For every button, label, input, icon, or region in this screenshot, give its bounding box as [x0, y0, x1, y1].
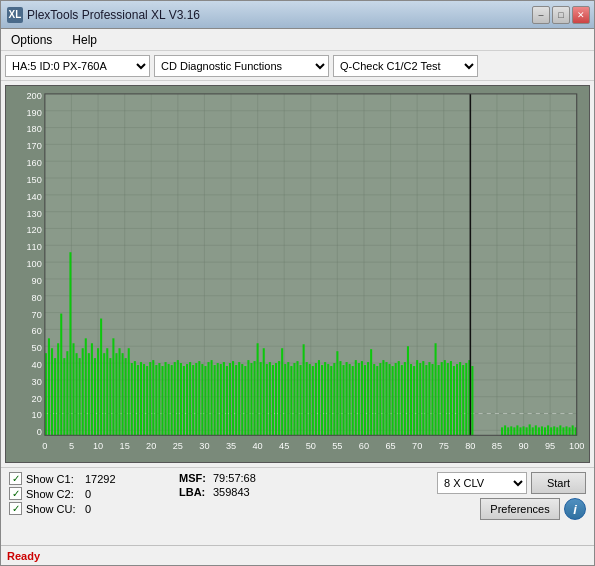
svg-rect-102	[226, 366, 228, 435]
svg-rect-112	[257, 343, 259, 435]
svg-rect-106	[238, 362, 240, 435]
svg-rect-129	[309, 364, 311, 435]
svg-text:30: 30	[199, 441, 209, 451]
svg-rect-88	[183, 366, 185, 435]
svg-rect-117	[272, 365, 274, 435]
start-button[interactable]: Start	[531, 472, 586, 494]
svg-rect-157	[395, 363, 397, 435]
svg-rect-151	[376, 366, 378, 435]
svg-rect-108	[244, 366, 246, 435]
svg-rect-44	[48, 338, 50, 435]
svg-rect-72	[134, 361, 136, 435]
svg-text:75: 75	[439, 441, 449, 451]
svg-rect-184	[504, 425, 506, 435]
clv-select[interactable]: 8 X CLV	[437, 472, 527, 494]
svg-rect-195	[538, 427, 540, 435]
svg-text:60: 60	[32, 326, 42, 336]
c1-label: Show C1:	[26, 473, 81, 485]
svg-text:95: 95	[545, 441, 555, 451]
svg-text:25: 25	[173, 441, 183, 451]
status-text: Ready	[7, 550, 40, 562]
svg-text:110: 110	[26, 242, 41, 252]
svg-rect-194	[535, 425, 537, 435]
svg-rect-142	[349, 364, 351, 435]
svg-rect-79	[155, 365, 157, 435]
svg-rect-93	[198, 361, 200, 435]
svg-rect-197	[544, 427, 546, 435]
svg-rect-167	[425, 365, 427, 435]
svg-rect-193	[532, 427, 534, 435]
svg-rect-127	[303, 344, 305, 435]
svg-rect-132	[318, 360, 320, 435]
menu-options[interactable]: Options	[5, 31, 58, 49]
svg-rect-199	[550, 427, 552, 435]
svg-rect-140	[343, 365, 345, 435]
show-cu-checkbox[interactable]: ✓	[9, 502, 22, 515]
right-controls: 8 X CLV Start Preferences i	[309, 472, 586, 520]
svg-text:85: 85	[492, 441, 502, 451]
svg-rect-154	[385, 362, 387, 435]
svg-text:40: 40	[32, 360, 42, 370]
svg-rect-143	[352, 366, 354, 435]
preferences-button[interactable]: Preferences	[480, 498, 560, 520]
svg-rect-177	[456, 364, 458, 435]
clv-start-row: 8 X CLV Start	[437, 472, 586, 494]
test-select[interactable]: Q-Check C1/C2 Test	[333, 55, 478, 77]
svg-rect-50	[66, 351, 68, 435]
maximize-button[interactable]: □	[552, 6, 570, 24]
svg-rect-165	[419, 363, 421, 435]
svg-rect-148	[367, 362, 369, 435]
svg-text:170: 170	[26, 141, 41, 151]
c2-row: ✓ Show C2: 0	[9, 487, 169, 500]
svg-rect-159	[401, 365, 403, 435]
svg-rect-130	[312, 366, 314, 435]
svg-rect-68	[122, 353, 124, 435]
svg-rect-172	[441, 362, 443, 435]
svg-rect-150	[373, 364, 375, 435]
svg-rect-107	[241, 364, 243, 435]
svg-text:15: 15	[120, 441, 130, 451]
svg-rect-69	[125, 358, 127, 435]
info-icon[interactable]: i	[564, 498, 586, 520]
svg-text:60: 60	[359, 441, 369, 451]
svg-rect-48	[60, 314, 62, 436]
svg-rect-204	[565, 426, 567, 435]
svg-text:200: 200	[26, 91, 41, 101]
drive-select[interactable]: HA:5 ID:0 PX-760A	[5, 55, 150, 77]
svg-rect-185	[507, 427, 509, 435]
svg-rect-76	[146, 366, 148, 435]
svg-rect-115	[266, 364, 268, 435]
minimize-button[interactable]: –	[532, 6, 550, 24]
svg-rect-200	[553, 426, 555, 435]
show-c1-checkbox[interactable]: ✓	[9, 472, 22, 485]
menu-bar: Options Help	[1, 29, 594, 51]
svg-text:80: 80	[32, 293, 42, 303]
function-select[interactable]: CD Diagnostic Functions	[154, 55, 329, 77]
svg-rect-51	[69, 252, 71, 435]
svg-rect-90	[189, 362, 191, 435]
svg-text:10: 10	[32, 411, 42, 421]
svg-rect-89	[186, 364, 188, 435]
svg-text:45: 45	[279, 441, 289, 451]
svg-text:65: 65	[385, 441, 395, 451]
svg-text:20: 20	[32, 394, 42, 404]
svg-rect-168	[428, 362, 430, 435]
show-c2-checkbox[interactable]: ✓	[9, 487, 22, 500]
svg-rect-91	[192, 365, 194, 435]
svg-rect-47	[57, 343, 59, 435]
svg-rect-173	[444, 360, 446, 435]
msf-label: MSF:	[179, 472, 209, 484]
svg-text:0: 0	[42, 441, 47, 451]
close-button[interactable]: ✕	[572, 6, 590, 24]
c2-label: Show C2:	[26, 488, 81, 500]
menu-help[interactable]: Help	[66, 31, 103, 49]
svg-rect-125	[296, 361, 298, 435]
svg-text:70: 70	[32, 310, 42, 320]
svg-rect-187	[513, 427, 515, 435]
svg-rect-122	[287, 362, 289, 435]
svg-rect-45	[51, 348, 53, 435]
svg-rect-161	[407, 346, 409, 435]
svg-rect-206	[572, 425, 574, 435]
svg-rect-124	[293, 363, 295, 435]
svg-text:20: 20	[146, 441, 156, 451]
